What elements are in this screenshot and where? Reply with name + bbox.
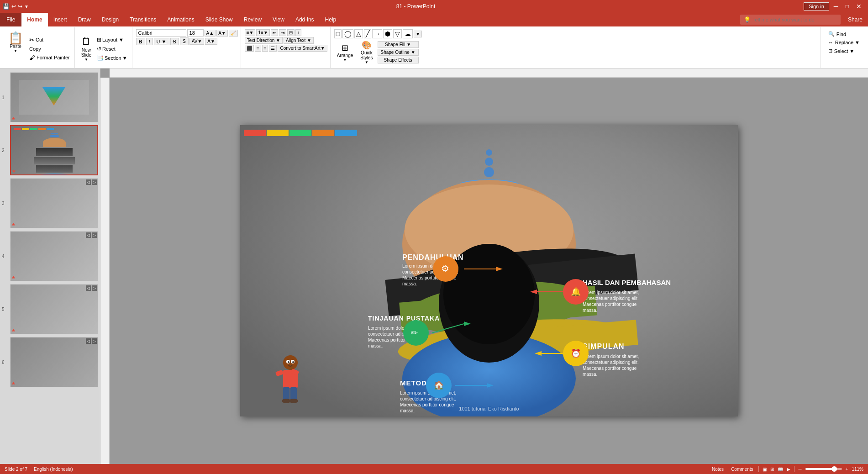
quick-styles-button[interactable]: 🎨QuickStyles▼: [358, 39, 375, 65]
svg-rect-6: [335, 130, 357, 136]
shape-fill-button[interactable]: Shape Fill ▼: [378, 41, 419, 48]
menu-help[interactable]: Help: [320, 13, 342, 26]
convert-smartart[interactable]: Convert to SmartArt▼: [278, 45, 327, 52]
svg-rect-3: [267, 130, 289, 136]
undo-icon[interactable]: ↩: [11, 3, 16, 10]
svg-text:massa.: massa.: [583, 372, 597, 377]
restore-btn[interactable]: □: [843, 3, 852, 10]
shapes-more[interactable]: ▼: [414, 31, 422, 37]
ribbon-group-drawing: □ ◯ △ ╱ → ⬢ ▽ ☁ ▼ ⊞Arrange▼ 🎨QuickStyles…: [331, 27, 821, 68]
paste-button[interactable]: 📋 Paste ▼: [5, 29, 26, 56]
align-left[interactable]: ⬛: [245, 45, 254, 52]
comments-button[interactable]: Comments: [729, 467, 755, 472]
customize-qa-icon[interactable]: ▼: [24, 4, 29, 9]
copy-button[interactable]: Copy: [27, 45, 72, 53]
menu-view[interactable]: View: [267, 13, 290, 26]
save-icon[interactable]: 💾: [3, 3, 10, 10]
slide-2-number: 2: [2, 148, 8, 153]
slide-6-number: 6: [2, 360, 8, 365]
slide-canvas[interactable]: PENDAHULUAN Lorem ipsum dolor sit amet, …: [240, 125, 738, 416]
svg-rect-2: [244, 130, 266, 136]
menu-insert[interactable]: Insert: [48, 13, 73, 26]
layout-button[interactable]: ⊞Layout ▼: [95, 36, 129, 44]
select-button[interactable]: ⊡Select ▼: [826, 47, 863, 55]
svg-text:✏: ✏: [411, 328, 418, 337]
svg-text:🏠: 🏠: [434, 380, 444, 390]
close-btn[interactable]: ✕: [853, 3, 864, 10]
zoom-slider[interactable]: [805, 468, 842, 470]
menu-design[interactable]: Design: [96, 13, 124, 26]
reset-button[interactable]: ↺Reset: [95, 45, 129, 53]
redo-icon[interactable]: ↪: [18, 3, 22, 10]
text-direction-button[interactable]: Text Direction ▼: [245, 37, 283, 44]
slideshow-btn[interactable]: ▶: [787, 467, 790, 472]
slide-sorter-btn[interactable]: ⊞: [770, 467, 774, 472]
ribbon-group-clipboard: 📋 Paste ▼ ✂Cut Copy 🖌Format Painter: [2, 27, 75, 68]
line-spacing[interactable]: ↕: [295, 29, 301, 36]
justify[interactable]: ☰: [269, 45, 277, 52]
menu-review[interactable]: Review: [238, 13, 267, 26]
bold-button[interactable]: B: [136, 38, 145, 45]
zoom-minus[interactable]: ─: [798, 467, 801, 472]
normal-view-btn[interactable]: ▣: [763, 467, 767, 472]
zoom-plus[interactable]: +: [846, 467, 848, 472]
slide-5-thumb[interactable]: ★ ◁ ▷: [10, 284, 98, 334]
font-size-input[interactable]: [187, 29, 204, 37]
slide-3-actions: ◁ ▷: [86, 179, 97, 185]
menu-file[interactable]: File: [0, 13, 21, 26]
arrange-button[interactable]: ⊞Arrange▼: [334, 42, 356, 63]
slide-4-number: 4: [2, 254, 8, 259]
zoom-level[interactable]: 111%: [852, 467, 863, 472]
cut-button[interactable]: ✂Cut: [27, 36, 72, 44]
notes-button[interactable]: Notes: [710, 467, 726, 472]
numbering-button[interactable]: 1≡▼: [256, 29, 269, 36]
font-size-increase[interactable]: A▲: [205, 30, 216, 37]
align-right[interactable]: ≡: [262, 45, 268, 52]
new-slide-button[interactable]: 🗒 New Slide ▼: [79, 35, 94, 63]
tell-me-input[interactable]: [752, 17, 835, 22]
font-size-decrease[interactable]: A▼: [216, 30, 228, 37]
slide-4-thumb[interactable]: ★ ◁ ▷: [10, 231, 98, 281]
shape-effects-button[interactable]: Shape Effects: [378, 57, 419, 63]
find-button[interactable]: 🔍Find: [826, 30, 863, 38]
menu-slideshow[interactable]: Slide Show: [200, 13, 238, 26]
shape-outline-button[interactable]: Shape Outline ▼: [378, 49, 419, 56]
font-color-button[interactable]: A▼: [205, 38, 217, 45]
section-button[interactable]: 📑Section ▼: [95, 54, 129, 62]
menu-home[interactable]: Home: [21, 13, 47, 26]
slide-3-thumb[interactable]: ★ ◁ ▷: [10, 178, 98, 228]
sign-in-button[interactable]: Sign in: [804, 2, 829, 11]
align-center[interactable]: ≡: [255, 45, 261, 52]
canvas-area[interactable]: // ruler marks rendered by CSS: [100, 68, 868, 464]
align-text-button[interactable]: Align Text ▼: [284, 37, 314, 44]
menu-transitions[interactable]: Transitions: [124, 13, 162, 26]
ribbon-group-slides: 🗒 New Slide ▼ ⊞Layout ▼ ↺Reset 📑Section …: [76, 27, 132, 68]
share-button[interactable]: Share: [842, 13, 868, 26]
svg-text:consectetuer adipiscing elit.: consectetuer adipiscing elit.: [583, 360, 639, 365]
minimize-btn[interactable]: ─: [831, 3, 841, 10]
underline-button[interactable]: U ▼: [154, 38, 169, 45]
slide-6-thumb[interactable]: ★ ◁ ▷: [10, 337, 98, 387]
reading-view-btn[interactable]: 📖: [778, 467, 783, 472]
clear-format[interactable]: 🧹: [229, 30, 238, 37]
slide-1-thumb[interactable]: ★: [10, 72, 98, 122]
decrease-indent[interactable]: ⇤: [271, 29, 278, 36]
svg-text:1001 tutorial Eko Risdianto: 1001 tutorial Eko Risdianto: [459, 406, 519, 411]
increase-indent[interactable]: ⇥: [279, 29, 286, 36]
slide-2-thumb[interactable]: ★: [10, 125, 98, 175]
bullets-button[interactable]: ≡▼: [245, 29, 256, 36]
font-name-input[interactable]: [136, 29, 186, 37]
menu-draw[interactable]: Draw: [73, 13, 96, 26]
replace-button[interactable]: ↔Replace ▼: [826, 39, 863, 46]
format-painter-button[interactable]: 🖌Format Painter: [27, 53, 72, 62]
italic-button[interactable]: I: [146, 38, 153, 45]
text-shadow-button[interactable]: S̲: [180, 37, 189, 45]
slide-5-number: 5: [2, 307, 8, 312]
menu-addins[interactable]: Add-ins: [290, 13, 320, 26]
lightbulb-icon: 💡: [744, 16, 751, 23]
strikethrough-button[interactable]: S: [170, 38, 179, 45]
menu-animations[interactable]: Animations: [162, 13, 200, 26]
char-spacing-button[interactable]: AV▼: [189, 38, 205, 45]
col-layout[interactable]: ⊟: [287, 29, 295, 36]
slide-1-star: ★: [11, 116, 16, 121]
